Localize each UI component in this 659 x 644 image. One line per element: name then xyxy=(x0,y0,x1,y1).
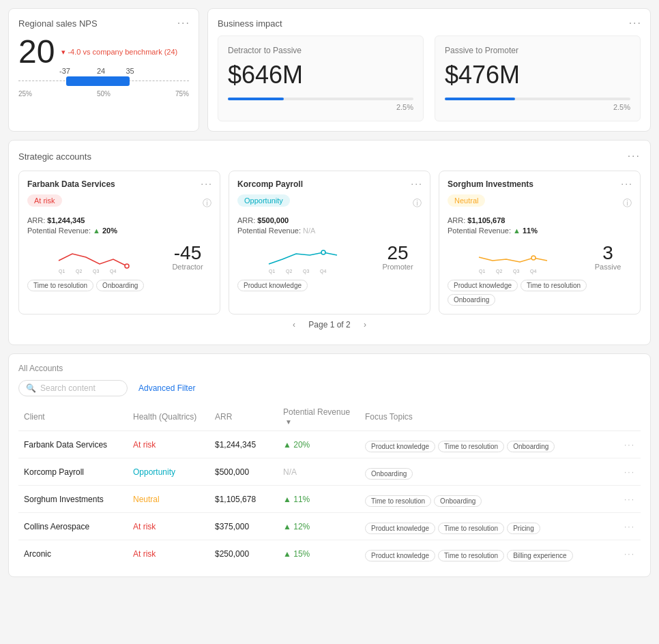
strategic-title: Strategic accounts xyxy=(18,151,91,162)
pagination: ‹ Page 1 of 2 › xyxy=(18,314,641,335)
cell-revenue: ▲ 12% xyxy=(278,513,360,540)
nps-track: -37 24 35 xyxy=(18,75,189,87)
cell-topics: Product knowledgeTime to resolutionOnboa… xyxy=(360,431,615,458)
table-toolbar: 🔍 Search content Advanced Filter xyxy=(18,380,641,396)
revenue-arrow: ▲ 15% xyxy=(283,549,310,559)
table-tag: Onboarding xyxy=(434,495,482,507)
svg-text:Q2: Q2 xyxy=(76,269,82,274)
svg-point-0 xyxy=(125,264,129,268)
cell-health: Opportunity xyxy=(128,458,209,486)
tag-0-1: Onboarding xyxy=(96,280,144,291)
bi-section-title-1: Passive to Promoter xyxy=(445,46,630,55)
account-arr-1: ARR: $500,000 xyxy=(237,216,422,224)
account-menu-1[interactable]: ··· xyxy=(411,178,423,189)
bi-progress-label-0: 2.5% xyxy=(228,103,413,111)
col-revenue[interactable]: Potential Revenue ▼ xyxy=(278,403,360,431)
account-revenue-1: Potential Revenue: N/A xyxy=(237,226,422,235)
cell-arr: $1,105,678 xyxy=(209,486,278,513)
account-chart-0: Q1 Q2 Q3 Q4 xyxy=(27,240,158,274)
account-card-0: ··· Farbank Data Services At risk ⓘ ARR:… xyxy=(18,171,220,314)
nps-label-3: 35 xyxy=(126,67,134,75)
bi-section-title-0: Detractor to Passive xyxy=(228,46,413,55)
cell-arr: $250,000 xyxy=(209,540,278,568)
strategic-menu-button[interactable]: ··· xyxy=(628,150,641,162)
all-accounts-title: All Accounts xyxy=(18,364,641,373)
prev-page-button[interactable]: ‹ xyxy=(293,320,295,330)
svg-text:Q3: Q3 xyxy=(93,269,99,274)
bi-section-0: Detractor to Passive $646M 2.5% xyxy=(218,35,424,121)
table-tag: Time to resolution xyxy=(438,441,504,452)
account-status-1: Opportunity xyxy=(237,194,290,207)
svg-point-5 xyxy=(321,250,325,254)
cell-client: Collins Aerospace xyxy=(18,513,128,540)
svg-text:Q2: Q2 xyxy=(496,269,502,274)
account-menu-0[interactable]: ··· xyxy=(201,178,213,189)
page-indicator: Page 1 of 2 xyxy=(308,320,350,330)
account-card-2: ··· Sorghum Investments Neutral ⓘ ARR: $… xyxy=(439,171,641,314)
bi-card-title: Business impact xyxy=(218,18,641,29)
cell-revenue: ▲ 20% xyxy=(278,431,360,458)
search-box[interactable]: 🔍 Search content xyxy=(18,380,128,396)
cell-arr: $500,000 xyxy=(209,458,278,486)
table-row: Arconic At risk $250,000 ▲ 15% Product k… xyxy=(18,540,641,568)
col-client: Client xyxy=(18,403,128,431)
nps-menu-button[interactable]: ··· xyxy=(177,17,190,29)
bi-progress-bar-0 xyxy=(228,98,413,100)
all-accounts-section: All Accounts 🔍 Search content Advanced F… xyxy=(8,353,651,577)
account-menu-2[interactable]: ··· xyxy=(621,178,633,189)
account-status-0: At risk xyxy=(27,194,62,207)
cell-menu[interactable]: ··· xyxy=(615,540,641,568)
cell-menu[interactable]: ··· xyxy=(615,458,641,486)
table-tag: Onboarding xyxy=(507,441,555,452)
account-score-0: -45 Detractor xyxy=(164,244,211,271)
nps-label-2: 24 xyxy=(97,67,105,75)
bi-progress-bar-1 xyxy=(445,98,630,100)
table-tag: Pricing xyxy=(507,523,540,534)
svg-text:Q1: Q1 xyxy=(269,269,275,274)
bi-progress-label-1: 2.5% xyxy=(445,103,630,111)
cell-arr: $375,000 xyxy=(209,513,278,540)
cell-menu[interactable]: ··· xyxy=(615,486,641,513)
table-tag: Product knowledge xyxy=(365,550,435,561)
advanced-filter-button[interactable]: Advanced Filter xyxy=(138,383,195,393)
cell-health: At risk xyxy=(128,540,209,568)
account-tags-0: Time to resolution Onboarding xyxy=(27,280,211,291)
strategic-accounts-card: Strategic accounts ··· ··· Farbank Data … xyxy=(8,140,651,345)
bi-inner: Detractor to Passive $646M 2.5% Passive … xyxy=(218,35,641,121)
cell-health: At risk xyxy=(128,431,209,458)
cell-revenue: N/A xyxy=(278,458,360,486)
cell-menu[interactable]: ··· xyxy=(615,431,641,458)
svg-text:Q2: Q2 xyxy=(286,269,292,274)
account-score-2: 3 Passive xyxy=(584,244,632,271)
account-tags-1: Product knowledge xyxy=(237,280,422,291)
account-name-2: Sorghum Investments xyxy=(448,179,632,189)
col-health: Health (Qualtrics) xyxy=(128,403,209,431)
table-row: Farbank Data Services At risk $1,244,345… xyxy=(18,431,641,458)
business-impact-card: Business impact ··· Detractor to Passive… xyxy=(207,8,651,132)
nps-label-1: -37 xyxy=(59,67,70,75)
tag-1-0: Product knowledge xyxy=(237,280,308,291)
cell-topics: Product knowledgeTime to resolutionBilli… xyxy=(360,540,615,568)
nps-bottom-label-2: 50% xyxy=(97,90,111,98)
svg-point-10 xyxy=(531,256,536,260)
cell-menu[interactable]: ··· xyxy=(615,513,641,540)
nps-score: 20 xyxy=(18,35,55,68)
account-chart-2: Q1 Q2 Q3 Q4 xyxy=(448,240,579,274)
account-body-1: Q1 Q2 Q3 Q4 25 Promoter xyxy=(237,240,422,274)
cell-health: Neutral xyxy=(128,486,209,513)
bi-amount-1: $476M xyxy=(445,61,630,89)
cell-client: Korcomp Payroll xyxy=(18,458,128,486)
bi-amount-0: $646M xyxy=(228,61,413,89)
next-page-button[interactable]: › xyxy=(364,320,366,330)
accounts-grid: ··· Farbank Data Services At risk ⓘ ARR:… xyxy=(18,171,641,314)
svg-text:Q3: Q3 xyxy=(513,269,519,274)
cell-topics: Time to resolutionOnboarding xyxy=(360,486,615,513)
account-tags-2: Product knowledge Time to resolution Onb… xyxy=(448,280,632,306)
account-arr-0: ARR: $1,244,345 xyxy=(27,216,211,224)
account-arr-2: ARR: $1,105,678 xyxy=(448,216,632,224)
info-icon-2: ⓘ xyxy=(623,197,632,209)
revenue-arrow: ▲ 12% xyxy=(283,522,310,531)
bi-menu-button[interactable]: ··· xyxy=(629,17,642,29)
cell-client: Sorghum Investments xyxy=(18,486,128,513)
account-card-1: ··· Korcomp Payroll Opportunity ⓘ ARR: $… xyxy=(229,171,430,314)
